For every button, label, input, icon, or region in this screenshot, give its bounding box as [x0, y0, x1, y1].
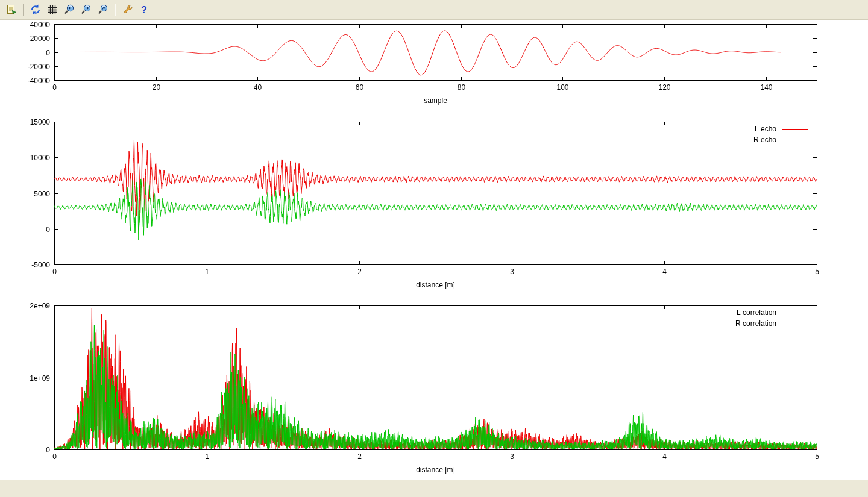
zoom-next-icon — [80, 4, 92, 16]
zoom-previous-button[interactable] — [61, 2, 77, 17]
toolbar-separator — [115, 4, 116, 16]
svg-text:?: ? — [141, 5, 147, 15]
toolbar: ? — [0, 0, 868, 20]
autoscale-button[interactable] — [95, 2, 111, 17]
copy-to-clipboard-icon — [5, 4, 17, 16]
grid-toggle-button[interactable] — [45, 2, 60, 17]
zoom-previous-icon — [63, 4, 75, 16]
replot-button[interactable] — [28, 2, 43, 17]
status-field — [2, 483, 866, 495]
configure-button[interactable] — [119, 2, 135, 17]
help-icon: ? — [138, 4, 150, 16]
status-bar — [0, 480, 868, 497]
toolbar-separator — [23, 4, 24, 16]
refresh-icon — [30, 4, 42, 16]
wrench-icon — [121, 4, 133, 16]
copy-to-clipboard-button[interactable] — [4, 2, 19, 17]
help-button[interactable]: ? — [136, 2, 152, 17]
grid-icon — [46, 4, 58, 16]
zoom-next-button[interactable] — [78, 2, 94, 17]
autoscale-icon — [97, 4, 109, 16]
gnuplot-window: ? — [0, 0, 868, 497]
plot-area[interactable] — [0, 20, 868, 480]
